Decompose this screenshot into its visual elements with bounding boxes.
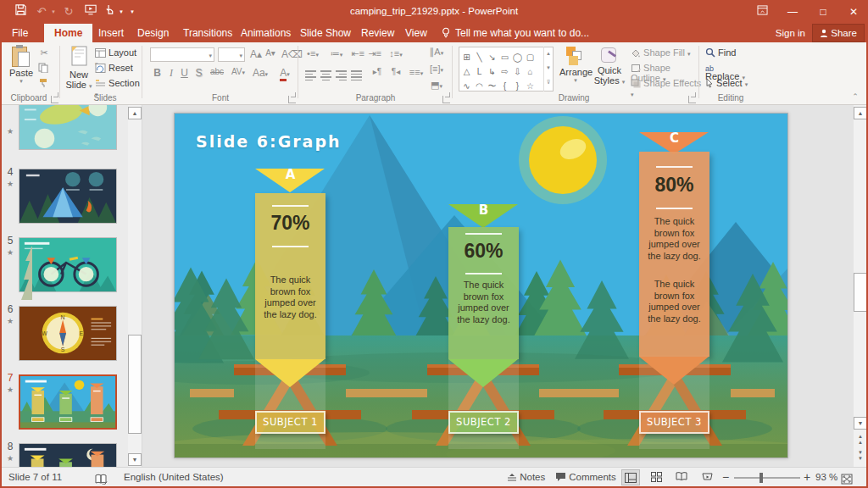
shape-rectangle-icon[interactable]: ▭ bbox=[498, 51, 511, 64]
zoom-in-button[interactable]: + bbox=[804, 468, 810, 487]
quick-styles-button[interactable]: Quick Styles ▾ bbox=[593, 47, 626, 86]
zoom-slider-handle[interactable] bbox=[760, 473, 763, 483]
zoom-slider-track[interactable] bbox=[734, 477, 800, 479]
change-case-button[interactable]: Aa▾ bbox=[251, 67, 270, 79]
font-color-button[interactable]: A▾ bbox=[275, 67, 295, 79]
thumbnail-slide-4[interactable] bbox=[19, 169, 117, 224]
collapse-ribbon-icon[interactable]: ⌃ bbox=[849, 92, 861, 103]
underline-button[interactable]: U bbox=[179, 67, 190, 79]
tab-file[interactable]: File bbox=[2, 24, 38, 42]
reading-view-button[interactable] bbox=[672, 469, 691, 485]
zoom-out-button[interactable]: − bbox=[722, 468, 729, 487]
shape-curve-icon[interactable]: 〜 bbox=[486, 80, 498, 92]
paragraph-dialog-launcher-icon[interactable] bbox=[442, 96, 450, 103]
clear-formatting-icon[interactable]: A⌫ bbox=[281, 48, 293, 60]
slideshow-view-button[interactable] bbox=[698, 469, 716, 485]
convert-smartart-button[interactable]: ⬒▾ bbox=[426, 80, 448, 91]
justify-icon[interactable] bbox=[351, 69, 362, 80]
thumbnail-scrollbar-thumb[interactable] bbox=[128, 335, 142, 434]
shape-brace-close-icon[interactable]: } bbox=[511, 80, 524, 92]
minimize-button[interactable]: — bbox=[778, 0, 807, 24]
language-indicator[interactable]: English (United States) bbox=[124, 468, 224, 487]
format-painter-icon[interactable] bbox=[37, 78, 49, 90]
tab-home[interactable]: Home bbox=[44, 24, 92, 42]
text-shadow-button[interactable]: S bbox=[193, 67, 204, 79]
thumbnail-scroll-down-icon[interactable]: ▼ bbox=[128, 453, 142, 466]
paste-button[interactable]: Paste▾ bbox=[7, 46, 36, 85]
column-box-c[interactable]: 80% The quick brown fox jumped over the … bbox=[639, 152, 709, 357]
subject-label-1[interactable]: SUBJECT 1 bbox=[255, 411, 326, 434]
shape-arrow-icon[interactable]: ↘ bbox=[486, 51, 498, 64]
slide-scrollbar-thumb[interactable] bbox=[854, 273, 867, 312]
shape-arrow-right-icon[interactable]: ⇨ bbox=[498, 65, 511, 78]
shape-elbow-icon[interactable]: L bbox=[473, 65, 486, 78]
ribbon-display-options-icon[interactable] bbox=[748, 0, 776, 24]
copy-icon[interactable] bbox=[37, 63, 49, 75]
strikethrough-button[interactable]: abc bbox=[208, 67, 226, 76]
find-button[interactable]: Find bbox=[705, 47, 765, 58]
thumbnail-slide-3[interactable] bbox=[19, 105, 117, 150]
text-direction-rtl-icon[interactable]: ¶◂ bbox=[388, 67, 403, 76]
tab-design[interactable]: Design bbox=[127, 24, 179, 42]
thumbnail-slide-6[interactable]: N S W E bbox=[19, 306, 117, 361]
notes-toggle[interactable]: Notes bbox=[507, 468, 545, 487]
thumbnail-slide-5[interactable] bbox=[19, 237, 117, 292]
align-text-button[interactable]: [≡]▾ bbox=[426, 64, 448, 74]
shape-arc-icon[interactable]: ◠ bbox=[473, 80, 486, 92]
subject-label-2[interactable]: SUBJECT 2 bbox=[448, 411, 519, 434]
line-spacing-icon[interactable]: ↕≡▾ bbox=[387, 48, 405, 58]
column-box-b[interactable]: 60% The quick brown fox jumped over the … bbox=[448, 227, 519, 359]
normal-view-button[interactable] bbox=[621, 469, 640, 485]
bold-button[interactable]: B bbox=[152, 67, 163, 79]
shape-fill-button[interactable]: Shape Fill ▾ bbox=[631, 47, 698, 58]
font-dialog-launcher-icon[interactable] bbox=[288, 96, 296, 103]
increase-font-size-icon[interactable]: A▴ bbox=[249, 48, 263, 60]
shape-scribble-icon[interactable]: ∿ bbox=[460, 80, 473, 92]
arrange-button[interactable]: Arrange▾ bbox=[559, 47, 592, 84]
new-slide-button[interactable]: New Slide ▾ bbox=[64, 46, 93, 90]
slide-indicator[interactable]: Slide 7 of 11 bbox=[8, 468, 62, 487]
zoom-level[interactable]: 93 % bbox=[815, 468, 837, 487]
columns-icon[interactable]: ≡≡▾ bbox=[407, 67, 426, 77]
shape-triangle-icon[interactable]: △ bbox=[460, 65, 473, 78]
slide-sorter-view-button[interactable] bbox=[647, 469, 665, 485]
italic-button[interactable]: I bbox=[166, 67, 176, 80]
tab-view[interactable]: View bbox=[395, 24, 437, 42]
align-center-icon[interactable] bbox=[320, 69, 331, 80]
drawing-dialog-launcher-icon[interactable] bbox=[688, 96, 696, 103]
subject-label-3[interactable]: SUBJECT 3 bbox=[639, 411, 709, 434]
slide-editing-area[interactable]: Slide 6:Graph A 70% The quick brown fox … bbox=[174, 113, 788, 458]
shape-arrow-down-icon[interactable]: ⇩ bbox=[511, 65, 524, 78]
align-right-icon[interactable] bbox=[336, 69, 347, 80]
numbering-icon[interactable]: ≔▾ bbox=[327, 48, 346, 59]
text-direction-button[interactable]: ∥A▾ bbox=[426, 47, 448, 58]
shape-oval-icon[interactable]: ◯ bbox=[511, 51, 524, 64]
clipboard-dialog-launcher-icon[interactable] bbox=[51, 96, 58, 103]
increase-indent-icon[interactable]: ⇥≡ bbox=[368, 48, 381, 59]
shape-elbow-arrow-icon[interactable]: ↳ bbox=[486, 65, 498, 78]
select-button[interactable]: Select ▾ bbox=[705, 78, 765, 88]
tellme-box[interactable]: Tell me what you want to do... bbox=[455, 24, 589, 42]
font-size-combobox[interactable]: ▾ bbox=[218, 47, 245, 62]
decrease-font-size-icon[interactable]: A▾ bbox=[264, 48, 276, 58]
decrease-indent-icon[interactable]: ⇤≡ bbox=[351, 48, 364, 59]
scroll-up-icon[interactable]: ▲ bbox=[854, 107, 867, 119]
column-box-a[interactable]: 70% The quick brown fox jumped over the … bbox=[255, 193, 326, 359]
shapes-gallery[interactable]: ⊞╲↘▭◯▢ △L↳⇨⇩⌂ ∿◠〜{}☆ bbox=[459, 47, 554, 92]
maximize-button[interactable]: □ bbox=[809, 0, 837, 24]
shape-brace-open-icon[interactable]: { bbox=[498, 80, 511, 92]
reset-button[interactable]: Reset bbox=[95, 63, 141, 73]
share-button[interactable]: Share bbox=[812, 24, 865, 42]
bullets-icon[interactable]: •≡▾ bbox=[303, 48, 322, 58]
thumbnail-scroll-up-icon[interactable]: ▲ bbox=[128, 107, 142, 119]
character-spacing-button[interactable]: AV▾ bbox=[229, 67, 248, 76]
next-slide-button[interactable]: ▼▼ bbox=[854, 450, 867, 463]
text-direction-ltr-icon[interactable]: ▸¶ bbox=[370, 67, 385, 76]
scroll-down-icon[interactable]: ▼ bbox=[854, 417, 867, 430]
thumbnail-slide-7-selected[interactable] bbox=[19, 374, 117, 430]
slide-title[interactable]: Slide 6:Graph bbox=[196, 132, 342, 151]
thumbnail-slide-8[interactable] bbox=[19, 443, 117, 467]
align-left-icon[interactable] bbox=[305, 69, 316, 80]
shape-textbox-icon[interactable]: ⊞ bbox=[460, 51, 473, 64]
close-button[interactable]: ✕ bbox=[839, 0, 868, 24]
